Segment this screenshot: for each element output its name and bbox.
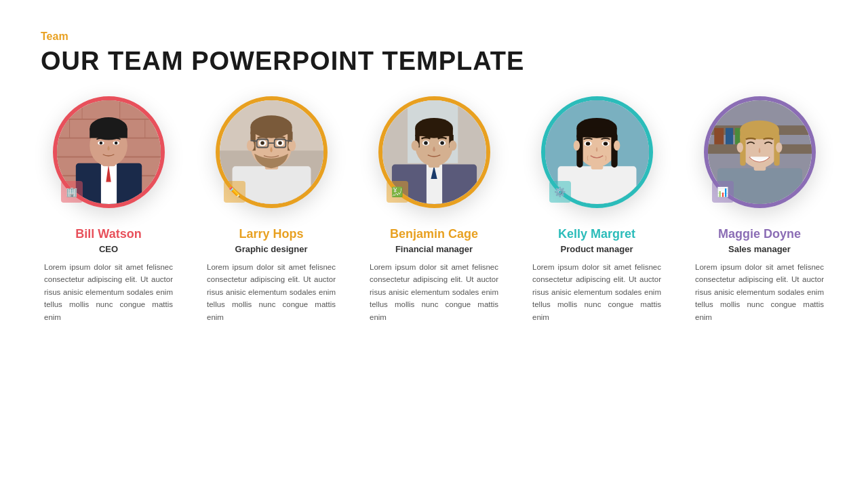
- svg-point-21: [114, 142, 117, 145]
- member-desc-4: Lorem ipsum dolor sit amet felisnec cons…: [532, 261, 661, 323]
- role-icon-3: 💹: [387, 181, 408, 203]
- member-role-3: Financial manager: [395, 244, 473, 254]
- svg-rect-77: [714, 128, 724, 144]
- team-member-1: 🏢 Bill Watson CEO Lorem ipsum dolor sit …: [41, 96, 176, 323]
- svg-point-88: [776, 142, 782, 152]
- svg-point-57: [424, 141, 428, 145]
- svg-point-35: [260, 141, 264, 145]
- member-role-4: Product manager: [561, 244, 633, 254]
- member-name-2: Larry Hops: [239, 227, 303, 241]
- svg-point-72: [585, 142, 589, 146]
- page-title: OUR TEAM POWERPOINT TEMPLATE: [41, 47, 827, 76]
- role-icon-1: 🏢: [61, 181, 83, 203]
- avatar-wrapper-5: 📊: [704, 96, 816, 208]
- svg-point-69: [614, 140, 620, 150]
- member-name-3: Benjamin Cage: [390, 227, 478, 241]
- role-icon-4: ⚙️: [549, 181, 571, 203]
- avatar-wrapper-2: ✏️: [216, 96, 328, 208]
- team-member-2: ✏️ Larry Hops Graphic designer Lorem ips…: [203, 96, 339, 323]
- member-name-4: Kelly Margret: [558, 227, 635, 241]
- team-member-5: 📊 Maggie Doyne Sales manager Lorem ipsum…: [692, 96, 827, 323]
- svg-point-73: [603, 142, 607, 146]
- svg-rect-78: [725, 128, 732, 144]
- svg-rect-17: [90, 129, 127, 138]
- avatar-wrapper-3: 💹: [378, 96, 490, 208]
- avatar-wrapper-1: 🏢: [53, 96, 165, 208]
- svg-point-54: [449, 140, 456, 150]
- member-role-5: Sales manager: [728, 244, 791, 254]
- svg-rect-28: [250, 127, 292, 134]
- role-icon-2: ✏️: [224, 181, 245, 203]
- svg-point-32: [288, 140, 296, 151]
- svg-rect-84: [740, 130, 778, 139]
- member-role-2: Graphic designer: [235, 244, 308, 254]
- svg-point-87: [736, 142, 743, 152]
- role-icon-5: 📊: [712, 181, 734, 203]
- avatar-wrapper-4: ⚙️: [541, 96, 653, 208]
- section-label: Team: [41, 30, 827, 43]
- member-desc-5: Lorem ipsum dolor sit amet felisnec cons…: [695, 261, 824, 323]
- svg-line-41: [285, 140, 292, 141]
- svg-point-58: [440, 141, 444, 145]
- svg-rect-50: [415, 128, 453, 136]
- svg-line-40: [250, 140, 256, 141]
- member-name-1: Bill Watson: [75, 227, 141, 241]
- header: Team OUR TEAM POWERPOINT TEMPLATE: [41, 30, 827, 76]
- member-desc-1: Lorem ipsum dolor sit amet felisnec cons…: [44, 261, 173, 323]
- member-name-5: Maggie Doyne: [718, 227, 801, 241]
- svg-point-68: [573, 140, 579, 150]
- member-role-1: CEO: [99, 244, 118, 254]
- svg-point-36: [278, 141, 282, 145]
- slide: Team OUR TEAM POWERPOINT TEMPLATE: [0, 0, 868, 488]
- team-container: 🏢 Bill Watson CEO Lorem ipsum dolor sit …: [41, 96, 827, 461]
- svg-point-53: [411, 140, 418, 150]
- svg-point-20: [99, 142, 102, 145]
- svg-point-31: [246, 140, 254, 151]
- member-desc-2: Lorem ipsum dolor sit amet felisnec cons…: [207, 261, 336, 323]
- team-member-3: 💹 Benjamin Cage Financial manager Lorem …: [366, 96, 502, 323]
- member-desc-3: Lorem ipsum dolor sit amet felisnec cons…: [370, 261, 498, 323]
- team-member-4: ⚙️ Kelly Margret Product manager Lorem i…: [529, 96, 665, 323]
